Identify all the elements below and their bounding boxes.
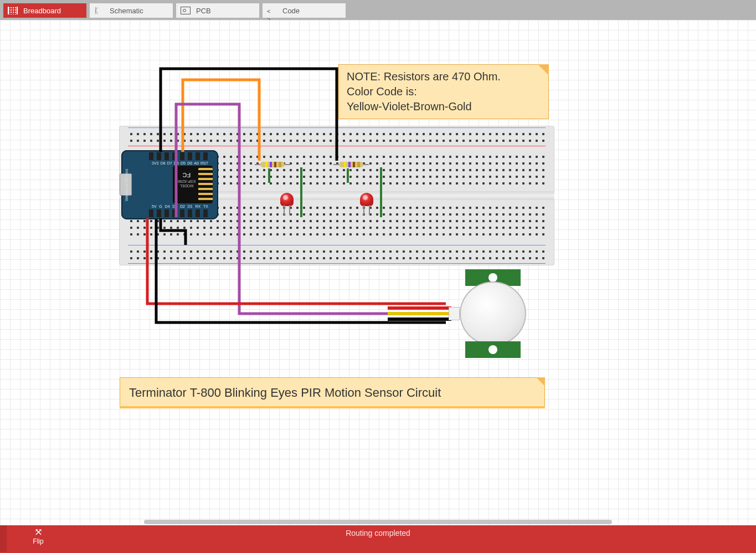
flip-label: Flip bbox=[25, 537, 51, 545]
pir-motion-sensor[interactable] bbox=[460, 269, 526, 358]
breadboard-icon bbox=[8, 7, 18, 14]
note-line: Color Code is: bbox=[347, 84, 541, 99]
flip-button[interactable]: ⤧ Flip bbox=[25, 526, 51, 545]
tab-code[interactable]: Code bbox=[263, 3, 346, 18]
view-tabs: Breadboard Schematic PCB Code bbox=[0, 0, 756, 20]
schematic-icon bbox=[94, 7, 104, 14]
led-right[interactable] bbox=[360, 193, 373, 214]
pir-connector bbox=[449, 307, 460, 320]
design-canvas[interactable]: NOTE: Resistors are 470 Ohm. Color Code … bbox=[0, 20, 756, 525]
pir-dome-icon bbox=[460, 281, 526, 346]
led-left[interactable] bbox=[280, 193, 294, 214]
power-rail-bottom bbox=[128, 247, 546, 262]
note-title-underline bbox=[120, 406, 545, 408]
tab-pcb[interactable]: PCB bbox=[176, 3, 259, 18]
chip-marking: MODEL ESP-8266 FC bbox=[176, 171, 197, 188]
pir-pcb bbox=[465, 341, 521, 358]
note-resistors[interactable]: NOTE: Resistors are 470 Ohm. Color Code … bbox=[338, 64, 549, 119]
resistor-2[interactable] bbox=[339, 162, 363, 167]
toolbar-edge bbox=[0, 525, 7, 552]
led-bulb-icon bbox=[280, 193, 294, 206]
status-text: Routing completed bbox=[346, 529, 410, 537]
led-bulb-icon bbox=[360, 193, 373, 206]
mcu-brand-label: WeMos.cc D1 mini bbox=[125, 161, 143, 208]
note-line: Yellow-Violet-Brown-Gold bbox=[347, 99, 541, 114]
flip-icon: ⤧ bbox=[25, 526, 51, 537]
power-rail-top bbox=[128, 129, 546, 145]
tab-label: PCB bbox=[196, 7, 211, 15]
code-icon bbox=[267, 7, 277, 14]
mcu-header-bottom bbox=[149, 209, 209, 217]
pcb-icon bbox=[181, 7, 191, 14]
note-line: NOTE: Resistors are 470 Ohm. bbox=[347, 69, 541, 84]
mcu-pin-labels-bottom: 5VG D4D3 D2D1 RXTX bbox=[152, 204, 208, 208]
mcu-wemos-d1-mini[interactable]: 3V3D8 D7D6 D5D0 A0RST 5VG D4D3 D2D1 RXTX… bbox=[121, 150, 218, 219]
mcu-pin-labels-top: 3V3D8 D7D6 D5D0 A0RST bbox=[152, 161, 208, 165]
note-title[interactable]: Terminator T-800 Blinking Eyes PIR Motio… bbox=[120, 377, 545, 408]
tab-label: Breadboard bbox=[23, 7, 61, 15]
tab-label: Schematic bbox=[110, 7, 143, 15]
tab-breadboard[interactable]: Breadboard bbox=[3, 3, 86, 18]
tab-label: Code bbox=[282, 7, 300, 15]
bottom-toolbar: ⤧ Flip Routing completed bbox=[0, 525, 756, 553]
esp8266-chip: MODEL ESP-8266 FC bbox=[173, 166, 213, 203]
wifi-antenna-icon bbox=[198, 168, 213, 201]
canvas-scrollbar[interactable] bbox=[144, 520, 612, 524]
mcu-header-top bbox=[149, 152, 209, 160]
resistor-1[interactable] bbox=[260, 162, 285, 167]
note-title-text: Terminator T-800 Blinking Eyes PIR Motio… bbox=[129, 386, 441, 400]
tab-schematic[interactable]: Schematic bbox=[90, 3, 173, 18]
